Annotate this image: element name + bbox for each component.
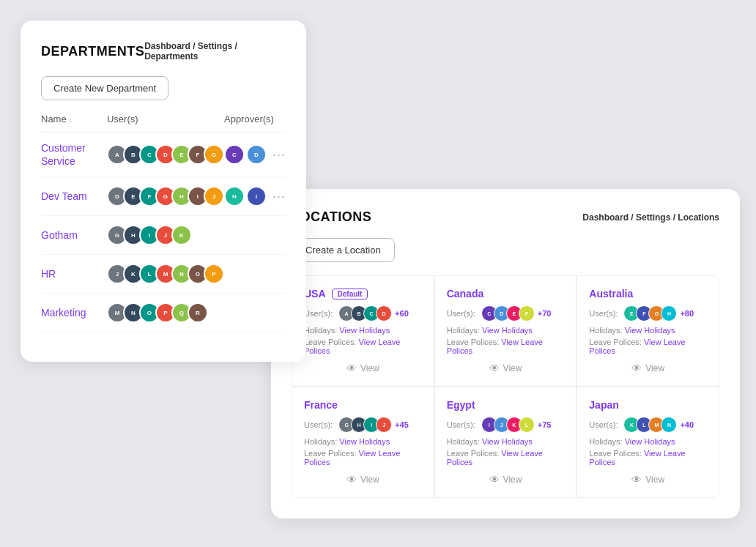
avatar: H bbox=[224, 186, 245, 206]
view-label: View bbox=[645, 475, 664, 485]
loc-name-row: France bbox=[304, 399, 422, 411]
view-holidays-link[interactable]: View Holidays bbox=[339, 437, 390, 446]
loc-name: USA bbox=[304, 288, 326, 299]
holidays-row: Holidays: View Holidays bbox=[447, 326, 565, 335]
breadcrumb-prefix: Dashboard / Settings / bbox=[144, 41, 237, 51]
table-row: Marketing MNOPQR bbox=[41, 294, 286, 332]
dept-name-link[interactable]: Dev Team bbox=[41, 190, 87, 202]
loc-avatar-group: ABCD bbox=[338, 305, 392, 321]
more-options-button[interactable]: ··· bbox=[273, 147, 286, 163]
view-row[interactable]: 👁 View bbox=[304, 474, 422, 485]
col-name: Name bbox=[41, 114, 107, 133]
locations-panel: LOCATIONS Dashboard / Settings / Locatio… bbox=[271, 189, 740, 518]
eye-icon: 👁 bbox=[346, 362, 357, 374]
view-holidays-link[interactable]: View Holidays bbox=[482, 326, 533, 335]
leave-label: Leave Polices: bbox=[589, 449, 644, 458]
view-row[interactable]: 👁 View bbox=[447, 362, 565, 374]
holidays-label: Holidays: bbox=[447, 326, 482, 335]
user-count: +80 bbox=[680, 309, 694, 318]
users-label: User(s): bbox=[304, 309, 333, 318]
loc-users-row: User(s): GHIJ +45 bbox=[304, 417, 422, 433]
avatar: P bbox=[204, 264, 224, 284]
holidays-row: Holidays: View Holidays bbox=[447, 437, 565, 446]
leave-row: Leave Polices: View Leave Polices bbox=[304, 338, 422, 355]
leave-label: Leave Polices: bbox=[447, 449, 502, 458]
user-count: +40 bbox=[680, 420, 694, 429]
col-approvers: Approver(s) bbox=[224, 114, 286, 133]
loc-users-row: User(s): EFGH +80 bbox=[589, 305, 707, 321]
users-label: User(s): bbox=[447, 309, 475, 318]
avatar: J bbox=[204, 186, 224, 206]
create-location-button[interactable]: Create a Location bbox=[292, 238, 395, 262]
dept-name-link[interactable]: HR bbox=[41, 268, 56, 280]
users-avatar-group: DEFGHIJ bbox=[107, 186, 224, 206]
avatar: I bbox=[246, 186, 267, 206]
view-row[interactable]: 👁 View bbox=[589, 474, 707, 485]
loc-name: Australia bbox=[589, 288, 633, 299]
location-card: USA Default User(s): ABCD +60 Holidays: … bbox=[292, 275, 434, 387]
holidays-label: Holidays: bbox=[304, 437, 339, 446]
leave-row: Leave Polices: View Leave Polices bbox=[304, 449, 422, 466]
loc-avatar-group: IJKL bbox=[481, 417, 535, 433]
loc-name: France bbox=[304, 399, 338, 411]
holidays-label: Holidays: bbox=[589, 326, 624, 335]
loc-name-row: Japan bbox=[589, 399, 707, 411]
view-row[interactable]: 👁 View bbox=[304, 362, 422, 374]
view-holidays-link[interactable]: View Holidays bbox=[625, 326, 675, 335]
user-count: +75 bbox=[538, 420, 552, 429]
default-badge: Default bbox=[332, 289, 368, 299]
view-label: View bbox=[360, 363, 379, 373]
holidays-label: Holidays: bbox=[589, 437, 624, 446]
view-label: View bbox=[360, 475, 379, 485]
dept-breadcrumb: Dashboard / Settings / Departments bbox=[144, 41, 286, 62]
view-holidays-link[interactable]: View Holidays bbox=[625, 437, 675, 446]
col-users: User(s) bbox=[107, 114, 224, 133]
loc-users-row: User(s): CDEF +70 bbox=[447, 305, 565, 321]
users-avatar-group: MNOPQR bbox=[107, 302, 224, 323]
leave-label: Leave Polices: bbox=[589, 338, 644, 346]
users-avatar-group: JKLMNOP bbox=[107, 264, 224, 284]
loc-breadcrumb-prefix: Dashboard / Settings / bbox=[582, 212, 678, 223]
dept-header: DEPARTMENTS Dashboard / Settings / Depar… bbox=[41, 41, 286, 62]
users-avatar-group: ABCDEFG bbox=[107, 144, 224, 165]
location-card: Canada User(s): CDEF +70 Holidays: View … bbox=[434, 275, 577, 387]
loc-users-row: User(s): IJKL +75 bbox=[447, 417, 565, 433]
avatar: F bbox=[519, 305, 535, 321]
holidays-label: Holidays: bbox=[447, 437, 482, 446]
more-options-button[interactable]: ··· bbox=[273, 189, 286, 204]
loc-name-row: Australia bbox=[589, 288, 707, 299]
view-row[interactable]: 👁 View bbox=[589, 362, 707, 374]
leave-label: Leave Polices: bbox=[304, 449, 359, 458]
breadcrumb-active: Departments bbox=[144, 51, 198, 62]
dept-name-link[interactable]: Gotham bbox=[41, 229, 78, 241]
loc-header: LOCATIONS Dashboard / Settings / Locatio… bbox=[292, 209, 719, 225]
avatar: C bbox=[224, 144, 245, 165]
eye-icon: 👁 bbox=[346, 474, 357, 485]
holidays-row: Holidays: View Holidays bbox=[304, 437, 422, 446]
avatar: H bbox=[661, 305, 677, 321]
eye-icon: 👁 bbox=[631, 362, 642, 374]
leave-row: Leave Polices: View Leave Polices bbox=[589, 338, 707, 355]
loc-avatar-group: CDEF bbox=[481, 305, 535, 321]
locations-grid: USA Default User(s): ABCD +60 Holidays: … bbox=[292, 275, 719, 498]
loc-users-row: User(s): ABCD +60 bbox=[304, 305, 422, 321]
loc-name: Canada bbox=[447, 288, 484, 299]
holidays-label: Holidays: bbox=[304, 326, 339, 335]
view-row[interactable]: 👁 View bbox=[447, 474, 565, 485]
dept-name-link[interactable]: Customer Service bbox=[41, 142, 86, 167]
avatar: L bbox=[519, 417, 535, 433]
dept-title: DEPARTMENTS bbox=[41, 44, 144, 59]
avatar: G bbox=[204, 144, 224, 165]
users-label: User(s): bbox=[589, 309, 618, 318]
holidays-row: Holidays: View Holidays bbox=[589, 437, 707, 446]
view-holidays-link[interactable]: View Holidays bbox=[482, 437, 533, 446]
view-label: View bbox=[645, 363, 664, 373]
view-label: View bbox=[503, 363, 522, 373]
leave-row: Leave Polices: View Leave Polices bbox=[447, 449, 565, 466]
eye-icon: 👁 bbox=[631, 474, 642, 485]
create-department-button[interactable]: Create New Department bbox=[41, 76, 168, 100]
view-holidays-link[interactable]: View Holidays bbox=[339, 326, 390, 335]
avatar: D bbox=[376, 305, 392, 321]
dept-name-link[interactable]: Marketing bbox=[41, 307, 86, 319]
table-row: Dev Team DEFGHIJ HI ··· bbox=[41, 177, 286, 216]
